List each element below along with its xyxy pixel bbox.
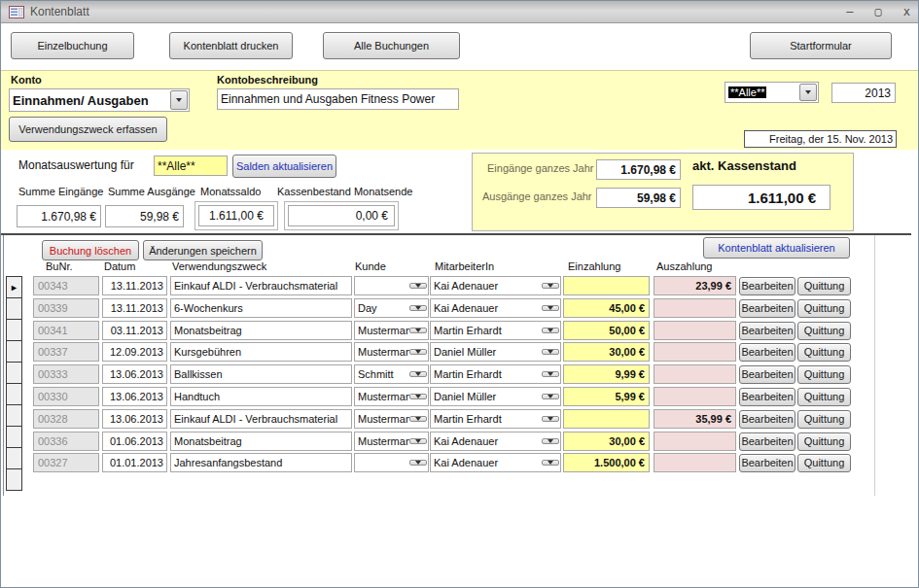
datum-field[interactable]: 01.06.2013 [102, 432, 167, 451]
verwendungszweck-field[interactable]: Ballkissen [170, 364, 352, 384]
einzahlung-field[interactable]: 30,00 € [563, 432, 650, 451]
chevron-down-icon[interactable] [542, 371, 559, 377]
mitarbeiter-combo[interactable]: Kai Adenauer [430, 453, 561, 472]
verwendungszweck-field[interactable]: Handtuch [170, 387, 352, 406]
verwendungszweck-field[interactable]: Einkauf ALDI - Verbrauchsmaterial [170, 276, 352, 295]
mitarbeiter-combo[interactable]: Kai Adenauer [430, 298, 561, 318]
chevron-down-icon[interactable] [542, 349, 559, 355]
quittung-button[interactable]: Quittung [797, 322, 851, 340]
minimize-icon[interactable]: – [846, 1, 853, 22]
mitarbeiter-combo[interactable]: Kai Adenauer [430, 432, 561, 451]
einzahlung-field[interactable]: 1.500,00 € [563, 453, 650, 472]
auszahlung-field[interactable] [654, 321, 736, 340]
kunde-combo[interactable]: Mustermann [354, 321, 429, 340]
mitarbeiter-combo[interactable]: Martin Erhardt [430, 321, 561, 340]
close-icon[interactable]: x [903, 1, 910, 22]
chevron-down-icon[interactable] [409, 416, 427, 422]
bearbeiten-button[interactable]: Bearbeiten [739, 454, 795, 472]
chevron-down-icon[interactable] [409, 394, 427, 399]
auszahlung-field[interactable] [654, 432, 736, 451]
kunde-combo[interactable]: Mustermann [354, 387, 429, 406]
konto-combo[interactable]: Einnahmen/ Ausgaben [9, 88, 190, 112]
auszahlung-field[interactable] [654, 364, 736, 384]
bearbeiten-button[interactable]: Bearbeiten [739, 299, 795, 318]
mitarbeiter-combo[interactable]: Martin Erhardt [430, 364, 561, 384]
einzelbuchung-button[interactable]: Einzelbuchung [11, 32, 134, 59]
quittung-button[interactable]: Quittung [797, 388, 851, 406]
year-field[interactable]: 2013 [831, 83, 896, 103]
chevron-down-icon[interactable] [170, 90, 188, 110]
kunde-combo[interactable]: Mustermann [354, 342, 429, 362]
maximize-icon[interactable]: ▢ [875, 1, 882, 22]
kunde-combo[interactable]: Mustermann [354, 409, 429, 429]
auszahlung-field[interactable]: 23,99 € [654, 276, 736, 295]
datum-field[interactable]: 13.06.2013 [102, 387, 167, 406]
verwendungszweck-field[interactable]: Einkauf ALDI - Verbrauchsmaterial [170, 409, 352, 429]
chevron-down-icon[interactable] [542, 416, 559, 422]
mitarbeiter-combo[interactable]: Daniel Müller [430, 342, 561, 362]
einzahlung-field[interactable] [563, 409, 650, 429]
quittung-button[interactable]: Quittung [797, 454, 851, 472]
bearbeiten-button[interactable]: Bearbeiten [739, 388, 795, 406]
datum-field[interactable]: 13.06.2013 [102, 409, 167, 429]
verwendungszweck-field[interactable]: 6-Wochenkurs [170, 298, 352, 318]
quittung-button[interactable]: Quittung [797, 299, 851, 318]
kunde-combo[interactable] [354, 453, 429, 472]
buchung-loeschen-button[interactable]: Buchung löschen [42, 240, 139, 260]
aenderungen-speichern-button[interactable]: Änderungen speichern [143, 240, 263, 260]
salden-aktualisieren-button[interactable]: Salden aktualisieren [232, 155, 336, 178]
kunde-combo[interactable]: Mustermann [354, 432, 429, 451]
monats-filter-field[interactable]: **Alle** [154, 156, 228, 176]
verwendungszweck-field[interactable]: Monatsbeitrag [170, 432, 352, 451]
datum-field[interactable]: 13.11.2013 [102, 276, 167, 295]
einzahlung-field[interactable] [563, 276, 650, 295]
kontenblatt-aktualisieren-button[interactable]: Kontenblatt aktualisieren [703, 237, 850, 259]
einzahlung-field[interactable]: 30,00 € [563, 342, 650, 362]
verwendungszweck-field[interactable]: Kursgebühren [170, 342, 352, 362]
auszahlung-field[interactable] [654, 387, 736, 406]
bearbeiten-button[interactable]: Bearbeiten [739, 277, 795, 295]
bearbeiten-button[interactable]: Bearbeiten [739, 365, 795, 384]
kunde-combo[interactable]: Day [354, 298, 429, 318]
einzahlung-field[interactable]: 45,00 € [563, 298, 650, 318]
einzahlung-field[interactable]: 5,99 € [563, 387, 650, 406]
mitarbeiter-combo[interactable]: Kai Adenauer [430, 276, 561, 295]
datum-field[interactable]: 03.11.2013 [102, 321, 167, 340]
chevron-down-icon[interactable] [409, 438, 427, 444]
filter-combo[interactable]: **Alle** [725, 82, 819, 103]
bearbeiten-button[interactable]: Bearbeiten [739, 343, 795, 362]
kontobeschreibung-field[interactable]: Einnahmen und Ausgaben Fitness Power [217, 88, 459, 110]
chevron-down-icon[interactable] [542, 305, 559, 311]
datum-field[interactable]: 13.06.2013 [102, 364, 167, 384]
bearbeiten-button[interactable]: Bearbeiten [739, 322, 795, 340]
datum-field[interactable]: 13.11.2013 [102, 298, 167, 318]
mitarbeiter-combo[interactable]: Daniel Müller [430, 387, 561, 406]
kontenblatt-drucken-button[interactable]: Kontenblatt drucken [169, 32, 293, 59]
chevron-down-icon[interactable] [409, 283, 427, 289]
chevron-down-icon[interactable] [799, 84, 817, 101]
quittung-button[interactable]: Quittung [797, 343, 851, 362]
auszahlung-field[interactable] [654, 453, 736, 472]
bearbeiten-button[interactable]: Bearbeiten [739, 432, 795, 451]
auszahlung-field[interactable] [654, 342, 736, 362]
startformular-button[interactable]: Startformular [750, 32, 892, 59]
kunde-combo[interactable] [354, 276, 429, 295]
chevron-down-icon[interactable] [409, 460, 427, 466]
verwendungszweck-field[interactable]: Jahresanfangsbestand [170, 453, 352, 472]
datum-field[interactable]: 01.01.2013 [102, 453, 167, 472]
quittung-button[interactable]: Quittung [797, 365, 851, 384]
quittung-button[interactable]: Quittung [797, 432, 851, 451]
chevron-down-icon[interactable] [542, 283, 559, 289]
quittung-button[interactable]: Quittung [797, 410, 851, 429]
alle-buchungen-button[interactable]: Alle Buchungen [323, 32, 460, 59]
verwendungszweck-field[interactable]: Monatsbeitrag [170, 321, 352, 340]
chevron-down-icon[interactable] [409, 349, 427, 355]
chevron-down-icon[interactable] [542, 460, 559, 466]
chevron-down-icon[interactable] [542, 438, 559, 444]
chevron-down-icon[interactable] [409, 328, 427, 333]
auszahlung-field[interactable]: 35,99 € [654, 409, 736, 429]
chevron-down-icon[interactable] [542, 328, 559, 333]
einzahlung-field[interactable]: 9,99 € [563, 364, 650, 384]
datum-field[interactable]: 12.09.2013 [102, 342, 167, 362]
bearbeiten-button[interactable]: Bearbeiten [739, 410, 795, 429]
